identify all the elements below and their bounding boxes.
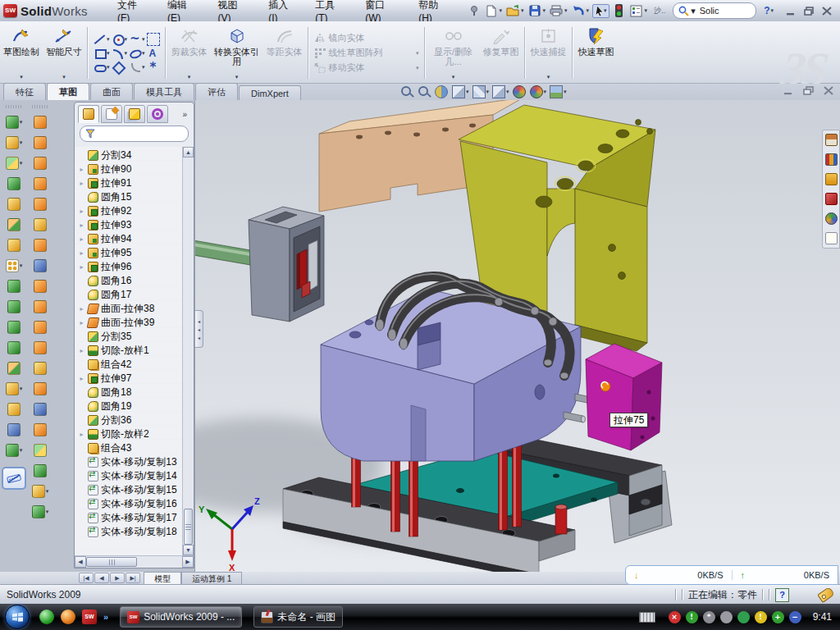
tree-item[interactable]: ▸ 拉伸94 (78, 232, 182, 246)
sketch-tool-button[interactable] (147, 47, 160, 60)
tree-filter-input[interactable] (80, 126, 189, 142)
tree-item[interactable]: ▸ 切除-放样2 (78, 427, 182, 441)
tray-icon[interactable] (737, 611, 750, 623)
toolbar-button[interactable] (28, 132, 52, 153)
toolbar-button[interactable] (28, 153, 52, 173)
close-button[interactable] (822, 7, 832, 16)
toolbar-button[interactable] (28, 255, 52, 276)
command-tab[interactable]: 模具工具 (134, 83, 194, 100)
tag-icon[interactable] (817, 587, 835, 603)
trim-entities-button[interactable]: 剪裁实体▾ (168, 23, 211, 83)
status-help-icon[interactable]: ? (775, 588, 789, 602)
expand-arrow-icon[interactable]: ▸ (78, 235, 85, 243)
toolbar-button[interactable] (28, 194, 52, 214)
solidworks-shortcut-icon[interactable]: SW (82, 609, 97, 624)
doc-close-button[interactable] (824, 86, 833, 95)
toolbar-button[interactable] (2, 235, 26, 255)
toolbar-button[interactable] (28, 358, 52, 378)
help-button[interactable]: ? (764, 5, 769, 16)
expand-arrow-icon[interactable]: ▸ (78, 347, 85, 354)
sketch-tool-dropdown[interactable]: ▾ (142, 64, 145, 71)
minimize-button[interactable] (786, 7, 796, 16)
tab-nav-button[interactable]: ◀ (94, 573, 109, 583)
scroll-left-button[interactable]: ◀ (75, 556, 86, 568)
select-tool-button[interactable]: ▾ (592, 4, 609, 18)
sketch-tool-button[interactable]: ▾ (112, 33, 128, 46)
tree-item[interactable]: 实体-移动/复制14 (78, 469, 182, 483)
panel-splitter-handle[interactable]: ◂◂◂ (195, 310, 203, 348)
view-tool-button[interactable]: ▾ (452, 85, 469, 98)
tree-item[interactable]: 分割36 (78, 413, 182, 427)
sketch-tool-dropdown[interactable]: ▾ (125, 50, 128, 57)
toolbar-button[interactable] (28, 235, 52, 255)
sketch-tool-button[interactable] (147, 33, 160, 46)
messenger-icon[interactable] (39, 609, 54, 624)
print-icon[interactable] (549, 3, 564, 18)
graphics-viewport[interactable]: Y Z X ◂◂◂ 拉伸75 (194, 100, 840, 572)
configurationmanager-tab[interactable] (124, 105, 145, 123)
cavity-block[interactable] (321, 289, 597, 461)
toolbar-button[interactable] (28, 378, 52, 399)
save-dropdown[interactable]: ▾ (543, 7, 546, 14)
tree-item[interactable]: ▸ 拉伸93 (78, 218, 182, 232)
search-dropdown[interactable]: ▾ (691, 6, 696, 16)
tray-icon[interactable]: × (669, 611, 681, 623)
toolbar-button[interactable] (2, 296, 26, 317)
toolbar-button[interactable] (28, 296, 52, 317)
tree-item[interactable]: 实体-移动/复制15 (78, 483, 182, 497)
tab-nav-button[interactable]: |◀ (79, 573, 94, 583)
toolbar-button[interactable] (2, 276, 26, 296)
design-library-icon[interactable] (825, 153, 838, 166)
horizontal-scroll-thumb[interactable] (86, 557, 137, 567)
expand-arrow-icon[interactable]: ▸ (78, 263, 85, 271)
toolbar-button[interactable]: ▾ (2, 440, 26, 460)
view-tool-button[interactable]: ▾ (550, 85, 567, 98)
panel-chevron-icon[interactable]: » (182, 110, 190, 119)
tree-item[interactable]: 圆角17 (78, 288, 182, 302)
toolbar-button[interactable] (28, 214, 52, 235)
tree-item[interactable]: ▸ 曲面-拉伸39 (78, 316, 182, 330)
tree-item[interactable]: ▸ 拉伸95 (78, 246, 182, 260)
sketch-tool-button[interactable] (147, 61, 160, 74)
toolbar-button[interactable] (28, 460, 52, 481)
offset-entities-button[interactable]: 等距实体 (263, 23, 306, 83)
doc-restore-button[interactable] (803, 86, 814, 95)
custom-properties-icon[interactable] (825, 232, 838, 244)
toolbar-button[interactable]: ▾ (2, 255, 26, 276)
undo-dropdown[interactable]: ▾ (587, 7, 590, 14)
tree-item[interactable]: 实体-移动/复制16 (78, 497, 182, 511)
toolbar-button[interactable]: ▾ (2, 112, 26, 132)
new-file-dropdown[interactable]: ▾ (500, 7, 503, 14)
featuremanager-tab[interactable] (78, 105, 99, 123)
tray-icon[interactable]: ! (755, 611, 767, 623)
toolbar-button[interactable] (2, 317, 26, 337)
print-dropdown[interactable]: ▾ (564, 7, 568, 14)
open-file-icon[interactable] (505, 3, 520, 18)
tree-item[interactable]: 圆角15 (78, 190, 182, 204)
online-resources-icon[interactable] (825, 212, 838, 225)
toolbar-button[interactable] (2, 358, 26, 378)
expand-arrow-icon[interactable]: ▸ (78, 319, 85, 326)
home-icon[interactable] (825, 134, 838, 146)
view-tool-button[interactable] (418, 85, 431, 98)
command-tab[interactable]: 曲面 (90, 83, 133, 100)
tray-icon[interactable]: − (789, 611, 801, 623)
tree-item[interactable]: ▸ 拉伸90 (78, 162, 182, 176)
tray-icon[interactable]: ! (686, 611, 698, 623)
toolbar-button[interactable] (28, 419, 52, 440)
view-tool-button[interactable]: ▾ (492, 85, 509, 98)
tree-item[interactable]: 圆角19 (78, 399, 182, 413)
search-results-icon[interactable] (825, 193, 838, 205)
toolbar-button[interactable]: ▾ (2, 378, 26, 399)
toolbar-button[interactable] (28, 317, 52, 337)
convert-entities-button[interactable]: 转换实体引用▾ (211, 23, 263, 83)
repair-sketch-button[interactable]: 修复草图 (480, 23, 523, 83)
toolbar-button[interactable] (28, 112, 52, 132)
tree-item[interactable]: 圆角16 (78, 274, 182, 288)
open-file-dropdown[interactable]: ▾ (521, 7, 524, 14)
tree-item[interactable]: 分割35 (78, 330, 182, 344)
options-dropdown[interactable]: ▾ (645, 7, 648, 14)
expand-arrow-icon[interactable]: ▸ (78, 249, 85, 257)
toolbar-button[interactable] (2, 173, 26, 194)
toolbar-button[interactable] (2, 419, 26, 440)
